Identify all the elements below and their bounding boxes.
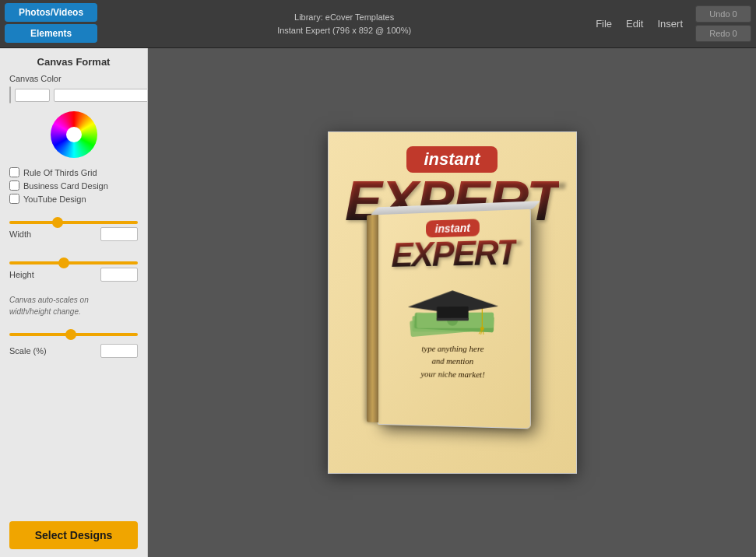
- photos-videos-button[interactable]: Photos/Videos: [5, 3, 97, 22]
- nav-buttons: Photos/Videos Elements: [5, 3, 97, 44]
- canvas-wrapper: instant EXPERT $: [328, 131, 577, 474]
- book-3d-container: instant EXPERT: [378, 206, 555, 462]
- height-slider[interactable]: [9, 261, 138, 264]
- scale-slider[interactable]: [9, 333, 138, 336]
- file-menu: File Edit Insert: [586, 3, 692, 44]
- book3d-body-text: type anything hereand mentionyour niche …: [420, 342, 484, 380]
- library-line2: Instant Expert (796 x 892 @ 100%): [277, 24, 411, 37]
- youtube-checkbox[interactable]: [9, 194, 19, 204]
- panel-spacer: [9, 363, 138, 515]
- canvas-color-row: F5E1AC rgb(245,225,172): [9, 86, 138, 103]
- undo-button[interactable]: Undo 0: [695, 5, 751, 23]
- color-wheel[interactable]: [51, 111, 97, 158]
- elements-button[interactable]: Elements: [5, 24, 97, 43]
- business-card-label: Business Card Design: [23, 181, 108, 191]
- youtube-label: YouTube Design: [23, 194, 86, 204]
- undo-redo-group: Undo 0 Redo 0: [695, 3, 751, 44]
- height-input[interactable]: 892: [100, 268, 138, 282]
- svg-rect-27: [436, 317, 468, 321]
- width-row: Width 796: [9, 227, 138, 241]
- rule-thirds-checkbox-label[interactable]: Rule Of Thirds Grid: [9, 167, 138, 177]
- color-rgb-input[interactable]: rgb(245,225,172): [54, 89, 148, 102]
- book-spine: [367, 215, 378, 422]
- height-row: Height 892: [9, 268, 138, 282]
- scale-slider-row: [9, 325, 138, 339]
- height-label: Height: [9, 270, 34, 279]
- library-info: Library: eCover Templates Instant Expert…: [105, 3, 583, 44]
- main-area: Canvas Format Canvas Color F5E1AC rgb(24…: [0, 48, 756, 557]
- width-section: Width 796: [9, 213, 138, 246]
- redo-button[interactable]: Redo 0: [695, 25, 751, 42]
- canvas-area: instant EXPERT $: [148, 48, 756, 557]
- insert-menu-item[interactable]: Insert: [657, 18, 683, 30]
- top-toolbar: Photos/Videos Elements Library: eCover T…: [0, 0, 756, 48]
- height-section: Height 892: [9, 254, 138, 286]
- book-3d-cover: instant EXPERT: [378, 207, 531, 429]
- edit-menu-item[interactable]: Edit: [626, 18, 643, 30]
- file-menu-item[interactable]: File: [596, 18, 612, 30]
- library-line1: Library: eCover Templates: [294, 11, 394, 24]
- color-hex-input[interactable]: F5E1AC: [15, 89, 50, 102]
- width-label: Width: [9, 229, 31, 239]
- book3d-cap-image: [403, 275, 503, 338]
- checkbox-group: Rule Of Thirds Grid Business Card Design…: [9, 167, 138, 204]
- scale-input[interactable]: 100: [100, 344, 138, 358]
- select-designs-button[interactable]: Select Designs: [9, 521, 138, 549]
- rule-thirds-checkbox[interactable]: [9, 167, 19, 177]
- color-swatch[interactable]: [9, 86, 11, 103]
- app-container: Photos/Videos Elements Library: eCover T…: [0, 0, 756, 557]
- canvas-color-label: Canvas Color: [9, 74, 138, 83]
- width-input[interactable]: 796: [100, 227, 138, 241]
- book3d-expert-text: EXPERT: [391, 236, 516, 270]
- youtube-checkbox-label[interactable]: YouTube Design: [9, 194, 138, 204]
- canvas-info: Canvas auto-scales onwidth/height change…: [9, 294, 138, 317]
- panel-title: Canvas Format: [9, 56, 138, 68]
- rule-thirds-label: Rule Of Thirds Grid: [23, 168, 97, 177]
- business-card-checkbox[interactable]: [9, 180, 19, 191]
- scale-row: Scale (%) 100: [9, 344, 138, 358]
- business-card-checkbox-label[interactable]: Business Card Design: [9, 180, 138, 191]
- scale-label: Scale (%): [9, 346, 47, 356]
- cover-red-bar: instant: [406, 146, 497, 173]
- cover-instant-text: instant: [424, 149, 480, 169]
- left-panel: Canvas Format Canvas Color F5E1AC rgb(24…: [0, 48, 148, 557]
- width-slider[interactable]: [9, 221, 138, 224]
- book3d-instant-text: instant: [434, 222, 469, 235]
